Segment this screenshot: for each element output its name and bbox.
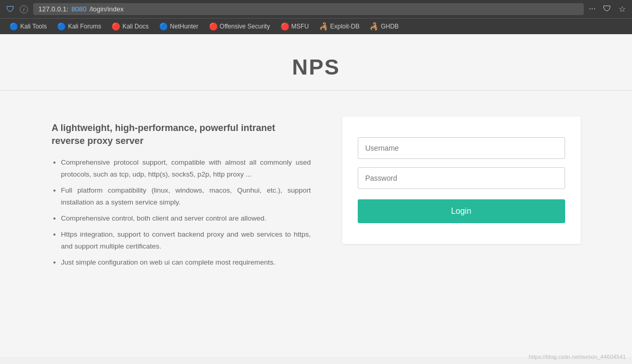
url-base: 127.0.0.1: <box>38 5 68 13</box>
list-item: Full platform compatibility (linux, wind… <box>61 185 311 209</box>
watermark: https://blog.csdn.net/weixin_44604541 <box>529 354 626 357</box>
password-input[interactable] <box>358 167 565 189</box>
shield-icon: 🛡 <box>6 5 15 14</box>
page-content: NPS A lightweight, high-performance, pow… <box>0 34 632 357</box>
page-title: NPS <box>10 55 622 80</box>
offensive-security-icon: 🔴 <box>209 22 218 31</box>
ghdb-icon: 🦂 <box>370 22 378 31</box>
bookmark-label: Kali Docs <box>122 23 149 30</box>
bookmark-label: GHDB <box>381 23 399 30</box>
main-layout: A lightweight, high-performance, powerfu… <box>31 106 601 283</box>
username-input[interactable] <box>358 137 565 159</box>
feature-list: Comprehensive protocol support, compatib… <box>52 157 311 269</box>
address-bar[interactable]: 127.0.0.1:8080/login/index <box>33 3 584 15</box>
bookmark-label: MSFU <box>291 23 309 30</box>
bookmark-kali-forums[interactable]: 🔵 Kali Forums <box>53 21 105 32</box>
msfu-icon: 🔴 <box>280 22 289 31</box>
list-item: Comprehensive protocol support, compatib… <box>61 157 311 181</box>
bookmark-label: Offensive Security <box>220 23 270 30</box>
kali-docs-icon: 🔴 <box>111 22 120 31</box>
bookmark-label: Exploit-DB <box>330 23 360 30</box>
kali-forums-icon: 🔵 <box>57 22 66 31</box>
bookmark-ghdb[interactable]: 🦂 GHDB <box>366 21 403 32</box>
list-item: Comprehensive control, both client and s… <box>61 213 311 225</box>
browser-actions: ··· 🛡 ☆ <box>589 4 626 14</box>
bookmark-msfu[interactable]: 🔴 MSFU <box>276 21 313 32</box>
browser-titlebar: 🛡 i 127.0.0.1:8080/login/index ··· 🛡 ☆ <box>0 0 632 18</box>
exploit-db-icon: 🦂 <box>319 22 328 31</box>
nethunter-icon: 🔵 <box>159 22 168 31</box>
bookmark-kali-docs[interactable]: 🔴 Kali Docs <box>107 21 153 32</box>
description-section: A lightweight, high-performance, powerfu… <box>52 117 311 273</box>
login-button[interactable]: Login <box>358 199 565 223</box>
kali-tools-icon: 🔵 <box>9 22 18 31</box>
bookmark-label: NetHunter <box>170 23 199 30</box>
guard-icon: 🛡 <box>603 4 611 14</box>
more-icon[interactable]: ··· <box>589 4 596 14</box>
info-icon: i <box>20 5 28 13</box>
list-item: Https integration, support to convert ba… <box>61 229 311 253</box>
login-section: Login <box>342 117 581 244</box>
bookmark-offensive-security[interactable]: 🔴 Offensive Security <box>205 21 274 32</box>
list-item: Just simple configuration on web ui can … <box>61 257 311 269</box>
bookmark-nethunter[interactable]: 🔵 NetHunter <box>155 21 203 32</box>
star-icon[interactable]: ☆ <box>619 4 626 14</box>
browser-chrome: 🛡 i 127.0.0.1:8080/login/index ··· 🛡 ☆ 🔵… <box>0 0 632 34</box>
bookmark-label: Kali Forums <box>68 23 101 30</box>
bookmark-label: Kali Tools <box>20 23 47 30</box>
description-heading: A lightweight, high-performance, powerfu… <box>52 122 311 148</box>
bookmark-exploit-db[interactable]: 🦂 Exploit-DB <box>315 21 364 32</box>
nps-header: NPS <box>0 34 632 91</box>
url-port: 8080 <box>72 5 87 13</box>
bookmark-kali-tools[interactable]: 🔵 Kali Tools <box>5 21 51 32</box>
url-path: /login/index <box>90 5 124 13</box>
bookmarks-bar: 🔵 Kali Tools 🔵 Kali Forums 🔴 Kali Docs 🔵… <box>0 18 632 34</box>
